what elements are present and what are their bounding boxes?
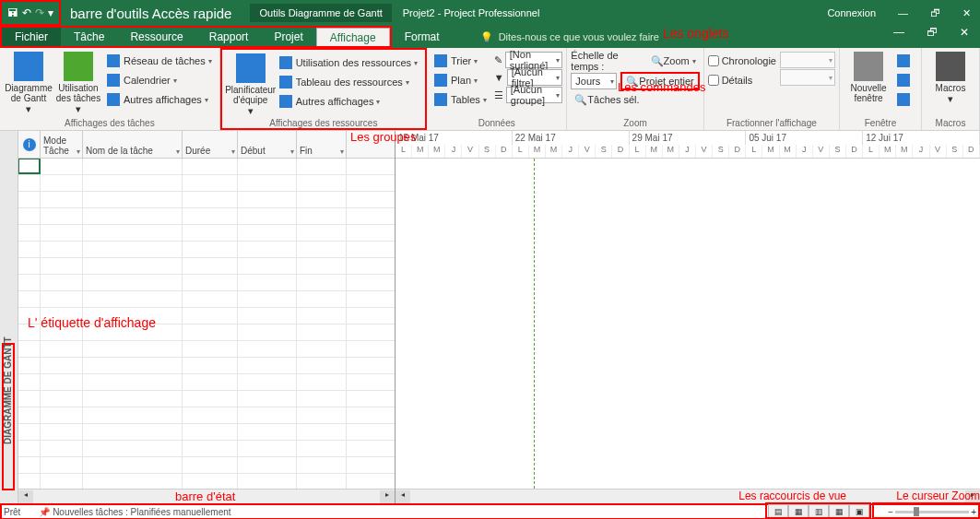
table-row[interactable] <box>18 208 395 225</box>
table-row[interactable] <box>18 424 395 441</box>
hide-button[interactable] <box>893 90 917 109</box>
team-planner-icon <box>236 53 266 83</box>
view-name-label: DIAGRAMME DE GANTT <box>3 336 13 444</box>
ribbon-tabs: Fichier Tâche Ressource Rapport Projet A… <box>0 26 980 48</box>
ribbon-minimize-button[interactable]: — <box>882 26 915 39</box>
tab-format[interactable]: Format <box>392 26 453 48</box>
qat-annotation: barre d'outils Accès rapide <box>70 6 231 21</box>
tab-resource[interactable]: Ressource <box>117 28 195 46</box>
close-button[interactable]: ✕ <box>953 7 980 19</box>
group-title: Affichages des ressources <box>226 117 421 130</box>
week-header: 12 Jui 17 <box>863 131 980 145</box>
calendar-button[interactable]: Calendrier▾ <box>103 71 216 89</box>
tab-view[interactable]: Affichage <box>316 28 390 46</box>
team-planner-button[interactable]: Planificateur d'équipe▾ <box>226 52 276 117</box>
table-row[interactable] <box>18 275 395 291</box>
timeline-checkbox[interactable] <box>708 55 719 66</box>
group-combo[interactable]: [Aucun groupe] <box>506 87 563 103</box>
column-header[interactable]: i <box>18 131 41 158</box>
titlebar-right: Connexion — 🗗 ✕ <box>818 7 980 19</box>
tab-file[interactable]: Fichier <box>2 28 61 46</box>
column-header[interactable]: Mode Tâche▾ <box>41 131 83 158</box>
day-header: D <box>963 145 980 159</box>
day-header: D <box>496 145 513 159</box>
table-row[interactable] <box>18 242 395 258</box>
network-diagram-button[interactable]: Réseau de tâches▾ <box>103 52 216 70</box>
task-usage-button[interactable]: Utilisation des tâches▾ <box>53 50 103 117</box>
bulb-icon: 💡 <box>480 31 493 43</box>
table-row[interactable] <box>18 358 395 374</box>
qat-more-icon[interactable]: ▾ <box>48 6 53 19</box>
day-header: L <box>396 145 412 159</box>
tab-task[interactable]: Tâche <box>61 28 117 46</box>
table-row[interactable] <box>18 341 395 358</box>
switch-windows-button[interactable] <box>893 52 917 70</box>
arrange-button[interactable] <box>893 71 917 89</box>
outline-button[interactable]: Plan▾ <box>431 71 490 89</box>
table-row[interactable] <box>18 457 395 474</box>
resource-sheet-button[interactable]: Tableau des ressources▾ <box>276 73 421 91</box>
main-area: Les groupes DIAGRAMME DE GANTT L' étique… <box>0 131 980 503</box>
group-title: Zoom <box>571 117 699 130</box>
zoom-button[interactable]: 🔍 Zoom▾ <box>647 52 700 70</box>
ribbon-restore-button[interactable]: 🗗 <box>915 26 949 39</box>
quick-access-toolbar: 🖬 ↶ ↷ ▾ <box>0 0 61 26</box>
timeline-combo[interactable] <box>780 52 835 68</box>
table-row[interactable] <box>18 441 395 457</box>
table-row[interactable] <box>18 474 395 489</box>
table-row[interactable] <box>18 159 395 175</box>
column-header[interactable]: Début▾ <box>238 131 297 158</box>
timescale-combo[interactable]: Jours <box>571 73 617 89</box>
gantt-chart: 15 Mai 1722 Mai 1729 Mai 1705 Jui 1712 J… <box>395 131 980 503</box>
gantt-chart-button[interactable]: Diagramme de Gantt▾ <box>4 50 53 117</box>
day-header: S <box>830 145 846 159</box>
gantt-hscroll[interactable]: ◂▸ <box>396 489 980 503</box>
restore-button[interactable]: 🗗 <box>921 7 950 18</box>
status-newtasks[interactable]: 📌 Nouvelles tâches : Planifiées manuelle… <box>39 507 230 517</box>
login-link[interactable]: Connexion <box>818 7 885 18</box>
column-header[interactable]: Nom de la tâche▾ <box>83 131 183 158</box>
filter-icon: ▼ <box>494 72 504 83</box>
resource-usage-button[interactable]: Utilisation des ressources▾ <box>276 53 421 72</box>
table-row[interactable] <box>18 291 395 308</box>
tab-report[interactable]: Rapport <box>196 28 262 46</box>
table-row[interactable] <box>18 258 395 275</box>
group-title: Fenêtre <box>844 117 917 130</box>
details-combo[interactable] <box>780 69 835 86</box>
table-row[interactable] <box>18 391 395 407</box>
tables-button[interactable]: Tables▾ <box>431 90 490 109</box>
day-header: M <box>412 145 429 159</box>
table-row[interactable] <box>18 175 395 192</box>
table-row[interactable] <box>18 374 395 391</box>
day-header: J <box>445 145 462 159</box>
minimize-button[interactable]: — <box>889 7 917 18</box>
info-icon: i <box>23 138 36 151</box>
contextual-tab-label[interactable]: Outils Diagramme de Gantt <box>250 4 391 22</box>
table-row[interactable] <box>18 407 395 424</box>
day-header: M <box>663 145 679 159</box>
macros-button[interactable]: Macros▾ <box>926 50 975 117</box>
column-header[interactable]: Fin▾ <box>297 131 347 158</box>
view-bar: DIAGRAMME DE GANTT <box>0 131 18 503</box>
ribbon-close-button[interactable]: ✕ <box>949 26 980 39</box>
tab-project[interactable]: Projet <box>261 28 315 46</box>
group-title: Données <box>431 117 562 130</box>
table-row[interactable] <box>18 225 395 242</box>
status-bar: Prêt 📌 Nouvelles tâches : Planifiées man… <box>0 503 980 519</box>
column-header[interactable]: Durée▾ <box>183 131 238 158</box>
redo-icon[interactable]: ↷ <box>35 6 44 19</box>
save-icon[interactable]: 🖬 <box>7 6 18 19</box>
column-headers: iMode Tâche▾Nom de la tâche▾Durée▾Début▾… <box>18 131 395 159</box>
details-checkbox[interactable] <box>708 75 719 86</box>
shortcuts-annotation: Les raccourcis de vue <box>738 490 846 502</box>
other-views-button[interactable]: Autres affichages▾ <box>103 90 216 109</box>
day-header: S <box>596 145 612 159</box>
other-res-views-button[interactable]: Autres affichages▾ <box>276 92 421 111</box>
tell-me-search[interactable]: 💡 Dites-nous ce que vous voulez faire <box>480 26 659 48</box>
table-row[interactable] <box>18 192 395 208</box>
undo-icon[interactable]: ↶ <box>22 6 31 19</box>
new-window-button[interactable]: Nouvelle fenêtre <box>844 50 893 117</box>
gantt-body[interactable] <box>396 159 980 489</box>
sort-button[interactable]: Trier▾ <box>431 52 490 70</box>
day-header: M <box>762 145 779 159</box>
